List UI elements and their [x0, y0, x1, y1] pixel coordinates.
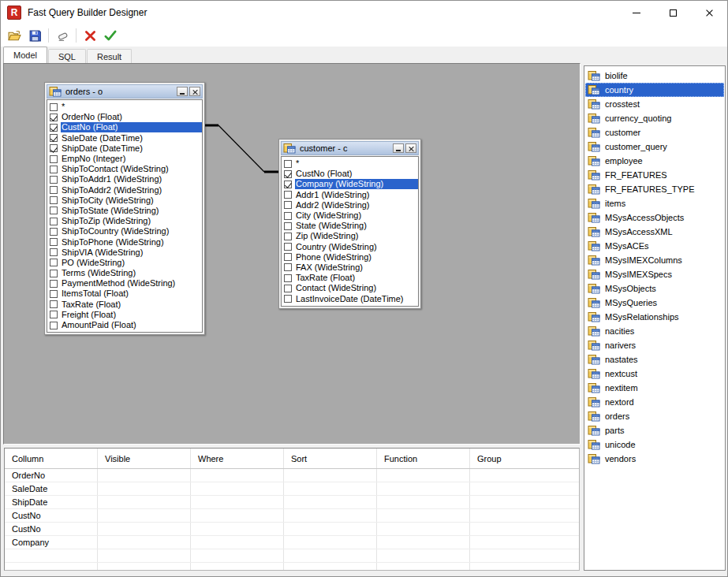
- table-window-orders[interactable]: orders - o *OrderNo (Float)CustNo (Float…: [44, 82, 205, 335]
- field-checkbox[interactable]: [50, 238, 58, 246]
- table-minimize-button[interactable]: [177, 87, 188, 96]
- field-checkbox[interactable]: [284, 191, 292, 199]
- tables-list-item-MSysAccessXML[interactable]: MSysAccessXML: [585, 225, 724, 239]
- tables-list-item-unicode[interactable]: unicode: [585, 437, 724, 452]
- field-checkbox[interactable]: [50, 228, 58, 236]
- grid-cell[interactable]: [191, 482, 284, 495]
- field-row[interactable]: ShipToCountry (WideString): [49, 226, 202, 236]
- field-row[interactable]: SaleDate (DateTime): [49, 133, 202, 143]
- grid-cell[interactable]: [470, 563, 579, 571]
- field-checkbox[interactable]: [284, 253, 292, 261]
- grid-cell[interactable]: SaleDate: [5, 482, 98, 495]
- tables-list-item-MSysObjects[interactable]: MSysObjects: [585, 281, 724, 296]
- field-checkbox[interactable]: [50, 176, 58, 184]
- grid-cell[interactable]: [470, 509, 579, 522]
- field-checkbox[interactable]: [50, 280, 58, 288]
- field-row[interactable]: AmountPaid (Float): [49, 320, 202, 330]
- grid-cell[interactable]: [191, 549, 284, 562]
- tables-list[interactable]: biolife country crosstest currency_quoti…: [584, 65, 726, 571]
- grid-cell[interactable]: [98, 563, 191, 571]
- grid-cell[interactable]: [98, 523, 191, 535]
- field-checkbox[interactable]: [284, 285, 292, 292]
- field-row[interactable]: CustNo (Float): [49, 122, 202, 132]
- field-row[interactable]: Terms (WideString): [49, 268, 202, 278]
- tables-list-item-employee[interactable]: employee: [585, 154, 724, 168]
- field-checkbox[interactable]: [284, 181, 292, 188]
- grid-cell[interactable]: [284, 563, 377, 571]
- grid-cell[interactable]: [377, 563, 470, 571]
- grid-cell[interactable]: [5, 563, 98, 571]
- field-row[interactable]: TaxRate (Float): [49, 300, 202, 310]
- grid-cell[interactable]: [284, 482, 377, 495]
- field-row[interactable]: Country (WideString): [283, 242, 418, 252]
- grid-cell[interactable]: [377, 496, 470, 508]
- field-checkbox[interactable]: [50, 166, 58, 173]
- grid-cell[interactable]: [5, 549, 98, 562]
- grid-cell[interactable]: [191, 536, 284, 549]
- field-row[interactable]: ShipToContact (WideString): [49, 164, 202, 174]
- field-checkbox[interactable]: [50, 248, 58, 256]
- tables-list-item-MSysIMEXSpecs[interactable]: MSysIMEXSpecs: [585, 267, 724, 281]
- cancel-button[interactable]: [80, 26, 100, 45]
- save-button[interactable]: [24, 26, 45, 45]
- tables-list-item-customer[interactable]: customer: [585, 125, 724, 140]
- field-row[interactable]: EmpNo (Integer): [49, 154, 202, 164]
- grid-cell[interactable]: [284, 549, 377, 562]
- field-row[interactable]: PaymentMethod (WideString): [49, 278, 202, 288]
- field-row[interactable]: ShipVIA (WideString): [49, 248, 202, 258]
- table-window-titlebar[interactable]: orders - o: [47, 84, 203, 99]
- grid-cell[interactable]: [377, 469, 470, 482]
- grid-cell[interactable]: ShipDate: [5, 496, 98, 508]
- grid-cell[interactable]: OrderNo: [5, 469, 98, 482]
- table-minimize-button[interactable]: [393, 143, 404, 153]
- field-row[interactable]: Phone (WideString): [283, 252, 418, 262]
- grid-cell[interactable]: [191, 496, 284, 508]
- field-row[interactable]: *: [49, 102, 202, 112]
- grid-cell[interactable]: [98, 469, 191, 482]
- field-checkbox[interactable]: [50, 290, 58, 298]
- table-window-customer[interactable]: customer - c *CustNo (Float)Company (Wid…: [278, 139, 421, 309]
- tables-list-item-nextcust[interactable]: nextcust: [585, 367, 724, 381]
- tables-list-item-MSysAccessObjects[interactable]: MSysAccessObjects: [585, 210, 724, 225]
- maximize-button[interactable]: [655, 1, 691, 24]
- field-checkbox[interactable]: [284, 160, 292, 168]
- tables-list-item-crosstest[interactable]: crosstest: [585, 97, 724, 111]
- table-close-button[interactable]: [189, 87, 200, 96]
- tables-list-item-narivers[interactable]: narivers: [585, 338, 724, 352]
- field-checkbox[interactable]: [284, 243, 292, 251]
- field-checkbox[interactable]: [284, 263, 292, 271]
- field-checkbox[interactable]: [284, 233, 292, 240]
- grid-cell[interactable]: [284, 536, 377, 549]
- field-row[interactable]: LastInvoiceDate (DateTime): [283, 293, 418, 303]
- tables-list-item-vendors[interactable]: vendors: [585, 452, 724, 466]
- field-checkbox[interactable]: [284, 201, 292, 209]
- tab-result[interactable]: Result: [87, 49, 132, 63]
- ok-button[interactable]: [100, 26, 121, 45]
- field-checkbox[interactable]: [50, 144, 58, 152]
- tables-list-item-customer_query[interactable]: customer_query: [585, 140, 724, 154]
- tab-model[interactable]: Model: [3, 47, 47, 63]
- grid-cell[interactable]: [98, 536, 191, 549]
- grid-cell[interactable]: [470, 482, 579, 495]
- grid-cell[interactable]: [284, 509, 377, 522]
- field-row[interactable]: *: [283, 158, 418, 169]
- tables-list-item-MSysQueries[interactable]: MSysQueries: [585, 296, 724, 310]
- field-checkbox[interactable]: [50, 311, 58, 318]
- grid-cell[interactable]: [191, 469, 284, 482]
- grid-cell[interactable]: [284, 496, 377, 508]
- field-row[interactable]: City (WideString): [283, 210, 418, 221]
- field-checkbox[interactable]: [284, 274, 292, 282]
- grid-cell[interactable]: CustNo: [5, 509, 98, 522]
- open-button[interactable]: [4, 26, 24, 45]
- field-row[interactable]: State (WideString): [283, 221, 418, 231]
- tables-list-item-FR_FEATURES[interactable]: FR_FEATURES: [585, 168, 724, 182]
- field-row[interactable]: CustNo (Float): [283, 169, 418, 179]
- field-checkbox[interactable]: [50, 134, 58, 142]
- field-checkbox[interactable]: [50, 103, 58, 111]
- field-checkbox[interactable]: [50, 114, 58, 121]
- field-checkbox[interactable]: [50, 259, 58, 266]
- field-row[interactable]: TaxRate (Float): [283, 273, 418, 283]
- grid-cell[interactable]: [191, 523, 284, 535]
- tables-list-item-nextord[interactable]: nextord: [585, 395, 724, 409]
- grid-cell[interactable]: [98, 496, 191, 508]
